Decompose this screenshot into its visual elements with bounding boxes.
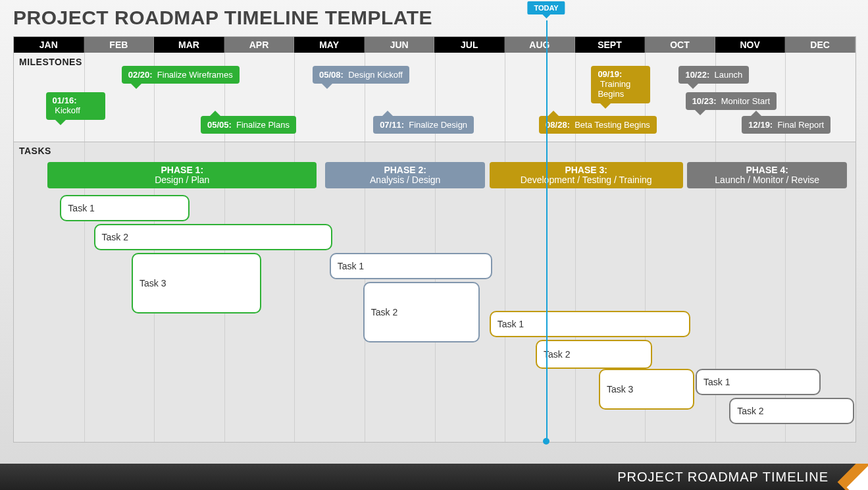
milestones-label: MILESTONES — [19, 57, 82, 67]
task-bar[interactable]: Task 1 — [60, 195, 190, 221]
task-bar[interactable]: Task 1 — [490, 311, 690, 337]
month-header: APR — [224, 37, 295, 53]
task-bar[interactable]: Task 2 — [536, 340, 652, 369]
footer-bar: PROJECT ROADMAP TIMELINE — [0, 464, 868, 490]
page-title: PROJECT ROADMAP TIMELINE TEMPLATE — [13, 7, 432, 29]
task-bar[interactable]: Task 1 — [330, 253, 493, 279]
month-header: JUL — [434, 37, 505, 53]
month-header: FEB — [84, 37, 155, 53]
milestone[interactable]: 05/05: Finalize Plans — [201, 116, 296, 134]
today-line — [546, 20, 548, 441]
footer-accent-icon — [836, 464, 868, 490]
phase-bar[interactable]: PHASE 1:Design / Plan — [47, 162, 317, 188]
month-header: NOV — [715, 37, 786, 53]
task-bar[interactable]: Task 2 — [94, 224, 333, 250]
milestone[interactable]: 01/16: Kickoff — [46, 92, 105, 120]
timeline-grid: JANFEBMARAPRMAYJUNJULAUGSEPTOCTNOVDEC MI… — [13, 36, 856, 443]
month-header: AUG — [505, 37, 575, 53]
task-bar[interactable]: Task 2 — [729, 398, 854, 424]
month-header: JAN — [14, 37, 84, 53]
month-header: JUN — [365, 37, 435, 53]
today-marker-dot — [543, 438, 549, 445]
milestone[interactable]: 05/08: Design Kickoff — [313, 66, 409, 84]
task-bar[interactable]: Task 2 — [363, 282, 480, 342]
phase-bar[interactable]: PHASE 3:Development / Testing / Training — [490, 162, 683, 188]
today-label: TODAY — [527, 1, 565, 14]
phase-bar[interactable]: PHASE 2:Analysis / Design — [325, 162, 485, 188]
month-header-row: JANFEBMARAPRMAYJUNJULAUGSEPTOCTNOVDEC — [14, 37, 855, 53]
month-header: OCT — [645, 37, 715, 53]
task-bar[interactable]: Task 3 — [132, 253, 261, 313]
section-separator — [14, 142, 855, 142]
milestone[interactable]: 10/22: Launch — [678, 66, 749, 84]
milestone[interactable]: 07/11: Finalize Design — [373, 116, 474, 134]
month-header: MAY — [294, 37, 365, 53]
month-header: DEC — [785, 37, 855, 53]
milestone[interactable]: 10/23: Monitor Start — [686, 92, 777, 110]
footer-title: PROJECT ROADMAP TIMELINE — [617, 470, 829, 485]
milestone[interactable]: 09/19: Training Begins — [591, 66, 650, 103]
phase-bar[interactable]: PHASE 4:Launch / Monitor / Revise — [687, 162, 847, 188]
month-header: MAR — [154, 37, 224, 53]
milestone[interactable]: 08/28: Beta Testing Begins — [539, 116, 657, 134]
month-header: SEPT — [575, 37, 646, 53]
milestone[interactable]: 12/19: Final Report — [742, 116, 830, 134]
tasks-label: TASKS — [19, 146, 51, 156]
task-bar[interactable]: Task 3 — [599, 369, 695, 410]
milestone[interactable]: 02/20: Finalize Wireframes — [122, 66, 240, 84]
task-bar[interactable]: Task 1 — [696, 369, 821, 395]
